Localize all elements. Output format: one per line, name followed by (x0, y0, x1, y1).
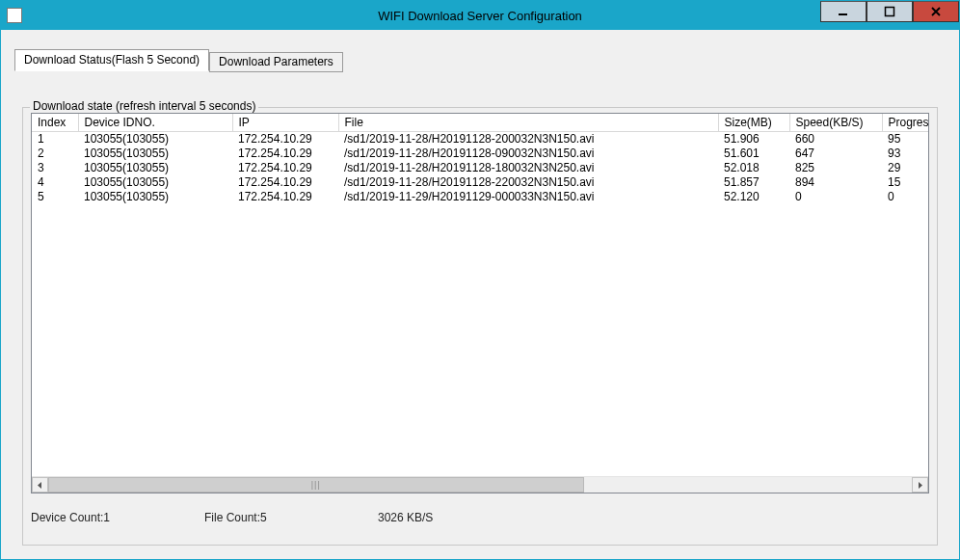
close-button[interactable] (913, 1, 959, 22)
col-device[interactable]: Device IDNO. (78, 114, 232, 132)
status-row: Device Count:1 File Count:5 3026 KB/S (31, 503, 929, 532)
cell-ip: 172.254.10.29 (232, 175, 338, 190)
table-row[interactable]: 4103055(103055)172.254.10.29/sd1/2019-11… (32, 175, 928, 190)
cell-file: /sd1/2019-11-28/H20191128-200032N3N150.a… (338, 132, 718, 147)
download-table: Index Device IDNO. IP File Size(MB) Spee… (32, 114, 928, 204)
cell-speed: 0 (789, 190, 882, 204)
cell-file: /sd1/2019-11-28/H20191128-090032N3N150.a… (338, 147, 718, 161)
cell-device: 103055(103055) (78, 147, 232, 161)
cell-ip: 172.254.10.29 (232, 132, 338, 147)
col-progress[interactable]: Progress(%) (882, 114, 928, 132)
cell-size: 52.018 (718, 161, 789, 175)
cell-size: 51.906 (718, 132, 789, 147)
svg-rect-0 (839, 13, 847, 15)
cell-device: 103055(103055) (78, 190, 232, 204)
cell-device: 103055(103055) (78, 132, 232, 147)
col-ip[interactable]: IP (232, 114, 338, 132)
app-window: WIFI Download Server Configuration Downl… (0, 0, 960, 560)
cell-index: 2 (32, 147, 78, 161)
throughput-label: 3026 KB/S (378, 511, 433, 524)
cell-speed: 660 (789, 132, 882, 147)
download-state-groupbox: Download state (refresh interval 5 secon… (22, 99, 938, 546)
scroll-thumb[interactable]: ||| (48, 477, 584, 493)
cell-size: 51.857 (718, 175, 789, 190)
cell-device: 103055(103055) (78, 161, 232, 175)
cell-speed: 894 (789, 175, 882, 190)
scroll-grip-icon: ||| (311, 480, 321, 490)
col-size[interactable]: Size(MB) (718, 114, 789, 132)
table-row[interactable]: 5103055(103055)172.254.10.29/sd1/2019-11… (32, 190, 928, 204)
cell-progress: 29 (882, 161, 928, 175)
cell-index: 4 (32, 175, 78, 190)
cell-progress: 93 (882, 147, 928, 161)
scroll-track[interactable]: ||| (48, 477, 912, 493)
scroll-right-arrow-icon[interactable] (912, 477, 928, 493)
cell-size: 52.120 (718, 190, 789, 204)
cell-ip: 172.254.10.29 (232, 161, 338, 175)
table-row[interactable]: 2103055(103055)172.254.10.29/sd1/2019-11… (32, 147, 928, 161)
cell-ip: 172.254.10.29 (232, 190, 338, 204)
horizontal-scrollbar[interactable]: ||| (32, 476, 928, 493)
device-count-label: Device Count:1 (31, 511, 204, 524)
maximize-button[interactable] (867, 1, 913, 22)
table-row[interactable]: 1103055(103055)172.254.10.29/sd1/2019-11… (32, 132, 928, 147)
col-file[interactable]: File (338, 114, 718, 132)
title-bar[interactable]: WIFI Download Server Configuration (1, 1, 959, 30)
client-area: Download Status(Flash 5 Second) Download… (1, 30, 959, 559)
cell-file: /sd1/2019-11-29/H20191129-000033N3N150.a… (338, 190, 718, 204)
cell-speed: 647 (789, 147, 882, 161)
col-speed[interactable]: Speed(KB/S) (789, 114, 882, 132)
cell-file: /sd1/2019-11-28/H20191128-220032N3N150.a… (338, 175, 718, 190)
file-count-label: File Count:5 (204, 511, 378, 524)
download-listview[interactable]: Index Device IDNO. IP File Size(MB) Spee… (31, 113, 929, 493)
scroll-left-arrow-icon[interactable] (32, 477, 48, 493)
cell-index: 3 (32, 161, 78, 175)
tab-panel-download-status: Download state (refresh interval 5 secon… (14, 72, 946, 553)
table-header-row: Index Device IDNO. IP File Size(MB) Spee… (32, 114, 928, 132)
cell-progress: 0 (882, 190, 928, 204)
window-title: WIFI Download Server Configuration (1, 9, 959, 23)
cell-progress: 95 (882, 132, 928, 147)
tab-download-status[interactable]: Download Status(Flash 5 Second) (14, 49, 209, 71)
tab-strip: Download Status(Flash 5 Second) Download… (14, 49, 343, 70)
cell-ip: 172.254.10.29 (232, 147, 338, 161)
groupbox-legend: Download state (refresh interval 5 secon… (30, 99, 258, 113)
app-icon (7, 8, 22, 23)
cell-index: 5 (32, 190, 78, 204)
cell-size: 51.601 (718, 147, 789, 161)
cell-file: /sd1/2019-11-28/H20191128-180032N3N250.a… (338, 161, 718, 175)
table-row[interactable]: 3103055(103055)172.254.10.29/sd1/2019-11… (32, 161, 928, 175)
cell-device: 103055(103055) (78, 175, 232, 190)
col-index[interactable]: Index (32, 114, 78, 132)
window-controls (820, 1, 959, 22)
svg-rect-1 (886, 8, 894, 16)
cell-speed: 825 (789, 161, 882, 175)
minimize-button[interactable] (820, 1, 867, 22)
cell-progress: 15 (882, 175, 928, 190)
tab-download-parameters[interactable]: Download Parameters (209, 52, 343, 72)
cell-index: 1 (32, 132, 78, 147)
